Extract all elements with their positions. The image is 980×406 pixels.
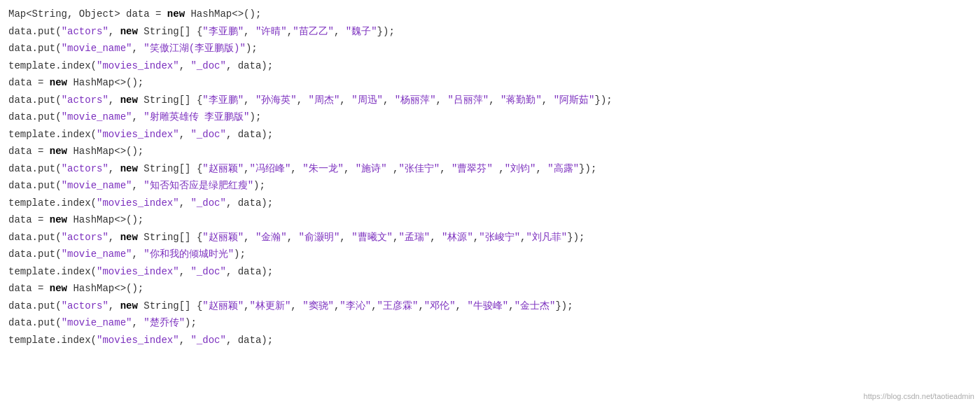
code-token: }); [594, 94, 612, 106]
code-token: "movie_name" [62, 248, 132, 260]
code-token: ); [249, 111, 261, 122]
code-token: , data); [226, 60, 273, 71]
code-token: "周迅" [351, 94, 383, 106]
code-line-8: template.index("movies_index", "_doc", d… [8, 126, 972, 144]
code-token: , [508, 300, 514, 312]
code-token: ); [246, 43, 258, 54]
code-token: ); [185, 317, 197, 328]
code-token: , [440, 163, 451, 174]
code-token: "actors" [62, 26, 108, 37]
code-token: "你和我的倾城时光" [144, 248, 234, 260]
code-line-1: Map<String, Object> data = new HashMap<>… [8, 6, 972, 23]
code-token: , [344, 163, 356, 174]
code-token: "邓伦" [424, 300, 456, 312]
code-token: "_doc" [190, 60, 225, 71]
code-token: new [120, 94, 138, 106]
code-token: new [120, 26, 138, 37]
code-token: data.put( [8, 111, 62, 122]
code-token: "赵丽颖" [202, 232, 244, 243]
code-token: , [290, 300, 302, 312]
code-token: "movies_index" [97, 335, 179, 346]
code-token: new [50, 146, 67, 157]
code-token: , [179, 129, 191, 140]
code-token: "_doc" [190, 197, 225, 209]
code-token: "movie_name" [62, 111, 132, 122]
code-token: data.put( [8, 317, 62, 328]
code-token: HashMap<>(); [185, 8, 261, 20]
code-token: "movies_index" [97, 60, 179, 71]
code-token: , [387, 163, 399, 174]
code-token: , [287, 232, 299, 243]
code-token: "苗乙乙" [293, 26, 334, 37]
code-token: data = [8, 77, 50, 88]
code-token: HashMap<>(); [67, 283, 144, 294]
code-token: , [493, 163, 505, 174]
code-token: , [542, 94, 554, 106]
code-line-9: data = new HashMap<>(); [8, 143, 972, 160]
code-token: , [430, 232, 442, 243]
code-token: "阿斯茹" [554, 94, 595, 106]
code-token: String[] { [138, 94, 202, 106]
code-token: , data); [226, 266, 273, 277]
code-token: "曹曦文" [351, 232, 393, 243]
code-token: "王彦霖" [377, 300, 419, 312]
code-token: , [340, 94, 351, 106]
code-token: String[] { [138, 163, 202, 174]
code-token: "楚乔传" [144, 317, 185, 328]
code-token: data.put( [8, 43, 62, 54]
code-token: "冯绍峰" [250, 163, 291, 174]
code-token: "金士杰" [514, 300, 556, 312]
code-token: template.index( [8, 60, 97, 71]
code-token: "李亚鹏" [202, 94, 244, 106]
code-line-5: data = new HashMap<>(); [8, 74, 972, 92]
code-token: , [179, 266, 191, 277]
code-token: "李沁" [340, 300, 371, 312]
code-token: , [132, 317, 144, 328]
code-token: "_doc" [190, 266, 225, 277]
code-token: "周杰" [309, 94, 340, 106]
code-token: "actors" [62, 94, 108, 106]
code-token: new [120, 163, 138, 174]
code-token: data = [8, 283, 50, 294]
code-line-13: data = new HashMap<>(); [8, 211, 972, 229]
code-line-19: data.put("movie_name", "楚乔传"); [8, 314, 972, 332]
code-token: new [50, 283, 67, 294]
code-token: }); [377, 26, 395, 37]
code-token: , [340, 232, 351, 243]
code-token: "_doc" [190, 335, 225, 346]
code-token: , [297, 94, 309, 106]
code-token: data.put( [8, 300, 62, 312]
code-token: Map<String, Object> data = [8, 8, 167, 20]
code-line-7: data.put("movie_name", "射雕英雄传 李亚鹏版"); [8, 108, 972, 126]
code-token: HashMap<>(); [67, 214, 144, 225]
code-token: , [108, 163, 120, 174]
code-token: "蒋勤勤" [500, 94, 542, 106]
code-token: new [120, 300, 138, 312]
code-token: data.put( [8, 248, 62, 260]
code-line-3: data.put("movie_name", "笑傲江湖(李亚鹏版)"); [8, 40, 972, 57]
code-token: , [456, 300, 468, 312]
code-block: Map<String, Object> data = new HashMap<>… [0, 0, 980, 354]
code-token: , [290, 163, 302, 174]
code-line-20: template.index("movies_index", "_doc", d… [8, 332, 972, 349]
code-token: "actors" [62, 163, 108, 174]
code-token: "许晴" [255, 26, 287, 37]
code-token: template.index( [8, 129, 97, 140]
code-token: data.put( [8, 232, 62, 243]
code-token: template.index( [8, 335, 97, 346]
code-token: "孟瑞" [398, 232, 430, 243]
code-line-17: data = new HashMap<>(); [8, 280, 972, 298]
code-token: "林更新" [250, 300, 291, 312]
code-token: new [120, 232, 138, 243]
code-line-6: data.put("actors", new String[] {"李亚鹏", … [8, 92, 972, 109]
code-line-16: template.index("movies_index", "_doc", d… [8, 263, 972, 281]
code-token: , [179, 60, 191, 71]
code-token: new [50, 77, 67, 88]
code-token: String[] { [138, 300, 202, 312]
code-token: }); [555, 300, 573, 312]
code-token: template.index( [8, 266, 97, 277]
code-token: "刘凡菲" [526, 232, 567, 243]
code-token: , [244, 163, 249, 174]
code-token: }); [567, 232, 584, 243]
code-token: data.put( [8, 26, 62, 37]
